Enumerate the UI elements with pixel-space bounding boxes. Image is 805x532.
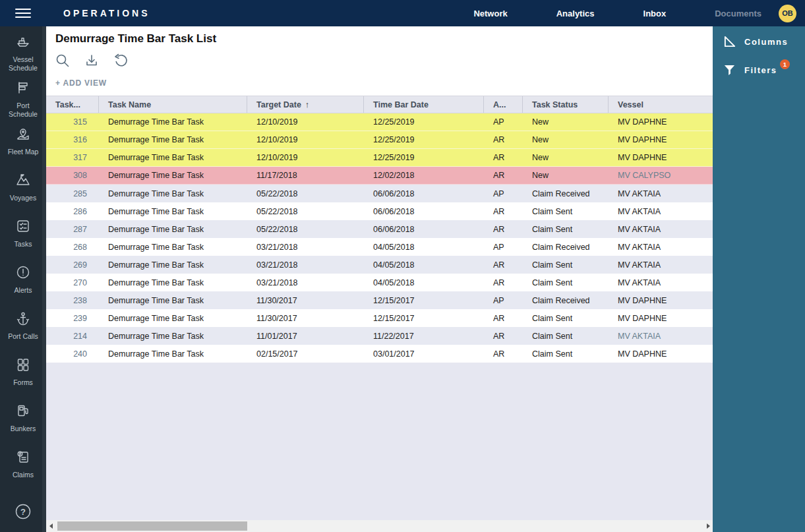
column-header-5[interactable]: Task Status	[523, 96, 609, 113]
download-icon	[84, 59, 99, 70]
time-bar-date-cell: 04/05/2018	[364, 256, 484, 274]
vessel-cell: MV AKTAIA	[609, 274, 713, 291]
table-row[interactable]: 285Demurrage Time Bar Task05/22/201806/0…	[46, 185, 713, 202]
table-row[interactable]: 268Demurrage Time Bar Task03/21/201804/0…	[46, 238, 713, 256]
table-row[interactable]: 287Demurrage Time Bar Task05/22/201806/0…	[46, 220, 713, 238]
scroll-right-arrow-icon[interactable]	[703, 520, 713, 532]
time-bar-date-cell: 11/22/2017	[364, 327, 484, 345]
sidebar-item-forms[interactable]: Forms	[2, 357, 44, 403]
task-name-cell: Demurrage Time Bar Task	[99, 256, 247, 274]
column-header-1[interactable]: Task Name	[99, 96, 247, 113]
nav-item-network[interactable]: Network	[473, 9, 507, 18]
sidebar-item-alerts[interactable]: Alerts	[2, 265, 44, 311]
table-row[interactable]: 238Demurrage Time Bar Task11/30/201712/1…	[46, 291, 713, 309]
help-icon: ?	[15, 503, 32, 520]
sidebar-item-voyages[interactable]: Voyages	[2, 173, 44, 219]
column-header-4[interactable]: A...	[484, 96, 523, 113]
column-header-3[interactable]: Time Bar Date	[364, 96, 484, 113]
task-name-cell: Demurrage Time Bar Task	[99, 274, 247, 291]
target-date-cell: 05/22/2018	[247, 220, 364, 238]
sidebar-item-label: Forms	[13, 378, 33, 387]
sidebar-item-label: Port Schedule	[2, 102, 44, 119]
add-view-button[interactable]: + ADD VIEW	[46, 72, 116, 96]
sidebar-item-label: Tasks	[15, 240, 32, 249]
task-status-cell: Claim Sent	[523, 327, 609, 345]
nav-item-analytics[interactable]: Analytics	[556, 9, 595, 18]
sidebar-item-label: Vessel Schedule	[2, 55, 44, 73]
table-row[interactable]: 317Demurrage Time Bar Task12/10/201912/2…	[46, 149, 713, 167]
task-status-cell: Claim Received	[523, 291, 609, 309]
sidebar-item-fleet-map[interactable]: Fleet Map	[2, 127, 44, 173]
task-number-cell: 214	[46, 327, 99, 345]
task-status-cell: Claim Sent	[523, 256, 609, 274]
task-name-cell: Demurrage Time Bar Task	[99, 202, 247, 220]
scroll-left-arrow-icon[interactable]	[46, 520, 55, 532]
task-number-cell: 286	[46, 202, 99, 220]
nav-item-documents[interactable]: Documents	[715, 9, 761, 18]
sidebar-item-port-schedule[interactable]: Port Schedule	[2, 80, 44, 127]
vessel-cell: MV AKTAIA	[609, 238, 713, 256]
column-header-2[interactable]: Target Date↑	[247, 96, 364, 113]
table-row[interactable]: 214Demurrage Time Bar Task11/01/201711/2…	[46, 327, 713, 345]
columns-button[interactable]: Columns	[723, 36, 805, 48]
help-button[interactable]: ?	[15, 503, 32, 523]
download-button[interactable]	[84, 53, 99, 68]
sidebar-item-port-calls[interactable]: Port Calls	[2, 311, 44, 357]
column-header-0[interactable]: Task...	[46, 96, 99, 113]
undo-button[interactable]	[113, 53, 128, 68]
task-status-cell: Claim Sent	[523, 309, 609, 327]
a-cell: AR	[484, 167, 523, 184]
sidebar-item-label: Port Calls	[8, 332, 38, 341]
search-icon	[55, 59, 70, 70]
target-date-cell: 03/21/2018	[247, 256, 364, 274]
table-row[interactable]: 316Demurrage Time Bar Task12/10/201912/2…	[46, 131, 713, 149]
scrollbar-track[interactable]	[55, 520, 703, 532]
time-bar-date-cell: 12/15/2017	[364, 291, 484, 309]
time-bar-date-cell: 03/01/2017	[364, 345, 484, 363]
columns-label: Columns	[744, 37, 788, 47]
nav-item-inbox[interactable]: Inbox	[643, 9, 667, 18]
sidebar-item-bunkers[interactable]: Bunkers	[2, 403, 44, 450]
scrollbar-thumb[interactable]	[57, 521, 247, 531]
filters-count-badge: 1	[780, 59, 790, 69]
a-cell: AR	[484, 131, 523, 148]
table-row[interactable]: 315Demurrage Time Bar Task12/10/201912/2…	[46, 113, 713, 131]
table-row[interactable]: 239Demurrage Time Bar Task11/30/201712/1…	[46, 309, 713, 327]
task-number-cell: 268	[46, 238, 99, 256]
filters-button[interactable]: Filters 1	[723, 64, 805, 76]
horizontal-scrollbar[interactable]	[46, 520, 713, 532]
task-number-cell: 239	[46, 309, 99, 327]
table-row[interactable]: 286Demurrage Time Bar Task05/22/201806/0…	[46, 202, 713, 220]
task-name-cell: Demurrage Time Bar Task	[99, 345, 247, 363]
task-number-cell: 269	[46, 256, 99, 274]
time-bar-date-cell: 12/25/2019	[364, 131, 484, 148]
vessel-cell: MV AKTAIA	[609, 220, 713, 238]
sidebar-item-tasks[interactable]: Tasks	[2, 219, 44, 265]
table-row[interactable]: 269Demurrage Time Bar Task03/21/201804/0…	[46, 256, 713, 274]
task-number-cell: 308	[46, 167, 99, 184]
task-number-cell: 270	[46, 274, 99, 291]
task-name-cell: Demurrage Time Bar Task	[99, 238, 247, 256]
task-name-cell: Demurrage Time Bar Task	[99, 309, 247, 327]
vessel-cell: MV DAPHNE	[609, 113, 713, 131]
sidebar-item-claims[interactable]: Claims	[2, 450, 44, 496]
task-status-cell: Claim Sent	[523, 345, 609, 363]
column-header-label: Vessel	[618, 100, 643, 109]
target-date-cell: 12/10/2019	[247, 131, 364, 148]
sidebar-item-vessel-schedule[interactable]: Vessel Schedule	[2, 34, 44, 80]
vessel-cell: MV AKTAIA	[609, 256, 713, 274]
table-row[interactable]: 240Demurrage Time Bar Task02/15/201703/0…	[46, 345, 713, 363]
sidebar-item-label: Fleet Map	[8, 148, 39, 156]
toolbar	[46, 45, 713, 72]
claims-icon	[16, 450, 30, 471]
column-header-6[interactable]: Vessel	[609, 96, 713, 113]
task-name-cell: Demurrage Time Bar Task	[99, 220, 247, 238]
hamburger-menu-button[interactable]	[0, 6, 46, 20]
vessel-cell: MV AKTAIA	[609, 185, 713, 202]
user-avatar[interactable]: OB	[779, 5, 796, 22]
task-name-cell: Demurrage Time Bar Task	[99, 185, 247, 202]
table-row[interactable]: 308Demurrage Time Bar Task11/17/201812/0…	[46, 167, 713, 185]
search-button[interactable]	[55, 53, 70, 68]
voyages-icon	[16, 173, 30, 194]
table-row[interactable]: 270Demurrage Time Bar Task03/21/201804/0…	[46, 274, 713, 291]
